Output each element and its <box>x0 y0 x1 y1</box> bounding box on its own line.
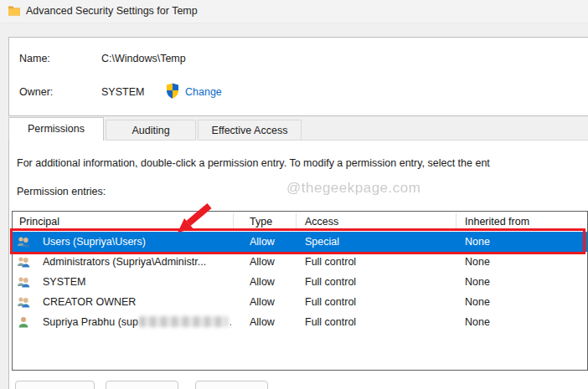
principal-text-prefix: Supriya Prabhu (sup <box>43 316 138 328</box>
table-row-administrators[interactable]: Administrators (Supriya\Administr... All… <box>13 252 587 272</box>
column-header-type[interactable]: Type <box>250 212 272 232</box>
column-separator[interactable] <box>233 213 234 230</box>
group-icon <box>17 235 30 248</box>
object-info-panel: Name: C:\Windows\Temp Owner: SYSTEM Chan… <box>8 37 588 116</box>
tab-effective-access[interactable]: Effective Access <box>198 120 302 141</box>
cell-access: Full control <box>305 252 456 272</box>
cell-principal: CREATOR OWNER <box>43 292 231 312</box>
table-row-users[interactable]: Users (Supriya\Users) Allow Special None <box>13 232 587 252</box>
name-row: Name: C:\Windows\Temp <box>9 51 587 66</box>
name-value: C:\Windows\Temp <box>101 51 186 66</box>
user-icon <box>17 315 30 329</box>
cell-type: Allow <box>250 312 300 332</box>
instruction-text: For additional information, double-click… <box>17 157 588 169</box>
cell-access: Special <box>305 232 456 252</box>
advanced-security-settings-dialog: Advanced Security Settings for Temp Name… <box>0 0 588 389</box>
tab-permissions[interactable]: Permissions <box>8 117 104 141</box>
column-separator[interactable] <box>296 213 297 230</box>
column-header-principal[interactable]: Principal <box>19 212 59 232</box>
column-header-inherited-from[interactable]: Inherited from <box>465 212 529 232</box>
tab-auditing[interactable]: Auditing <box>106 120 196 141</box>
window-title: Advanced Security Settings for Temp <box>26 0 198 23</box>
title-bar: Advanced Security Settings for Temp <box>0 0 588 23</box>
owner-row: Owner: SYSTEM Change <box>9 84 587 100</box>
uac-shield-icon <box>164 82 181 105</box>
column-separator[interactable] <box>456 213 456 230</box>
table-row-creator-owner[interactable]: CREATOR OWNER Allow Full control None <box>13 292 587 312</box>
bottom-button-3[interactable] <box>195 381 268 389</box>
cell-inherited: None <box>465 272 582 292</box>
cell-inherited: None <box>465 292 582 312</box>
principal-text-suffix: . <box>230 316 231 328</box>
watermark-text: @thegeekpage.com <box>286 180 420 197</box>
change-owner-link[interactable]: Change <box>185 84 222 100</box>
bottom-button-2[interactable] <box>106 381 178 389</box>
owner-value: SYSTEM <box>101 84 144 100</box>
cell-principal: SYSTEM <box>43 272 231 292</box>
cell-inherited: None <box>465 312 582 332</box>
cell-inherited: None <box>465 232 582 252</box>
cell-type: Allow <box>250 292 300 312</box>
cell-type: Allow <box>250 272 300 292</box>
column-header-access[interactable]: Access <box>305 212 338 232</box>
cell-type: Allow <box>250 232 300 252</box>
table-row-system[interactable]: SYSTEM Allow Full control None <box>13 272 587 292</box>
cell-access: Full control <box>305 312 456 332</box>
group-icon <box>17 275 30 289</box>
redacted-email-blur <box>139 316 228 327</box>
permission-entries-label: Permission entries: <box>17 186 106 197</box>
cell-principal: Users (Supriya\Users) <box>43 232 231 252</box>
group-icon <box>17 295 30 309</box>
cell-principal: Supriya Prabhu (sup. <box>43 312 231 332</box>
table-row-supriya-prabhu[interactable]: Supriya Prabhu (sup. Allow Full control … <box>13 312 587 332</box>
cell-inherited: None <box>465 252 582 272</box>
name-label: Name: <box>19 51 50 66</box>
cell-access: Full control <box>305 292 456 312</box>
bottom-button-1[interactable] <box>15 381 95 389</box>
owner-label: Owner: <box>19 84 53 100</box>
folder-icon <box>8 5 21 19</box>
cell-type: Allow <box>250 252 300 272</box>
cell-access: Full control <box>305 272 456 292</box>
permission-entries-list[interactable]: Principal Type Access Inherited from Use… <box>12 211 588 371</box>
cell-principal: Administrators (Supriya\Administr... <box>43 252 231 272</box>
list-header: Principal Type Access Inherited from <box>13 212 587 232</box>
group-icon <box>17 255 30 269</box>
